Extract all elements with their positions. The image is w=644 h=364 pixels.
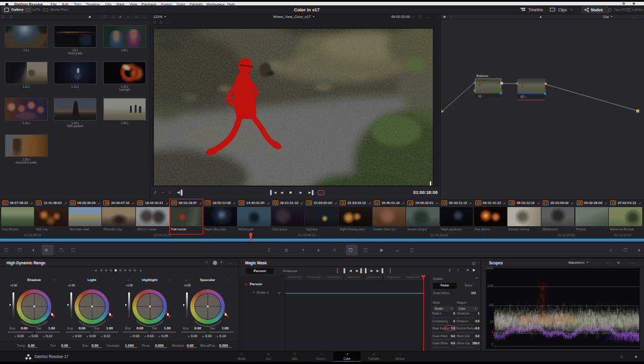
svg-text:01 ○: 01 ○ xyxy=(478,94,484,98)
svg-text:Balance: Balance xyxy=(476,74,488,78)
svg-text:02 ○: 02 ○ xyxy=(521,95,527,98)
